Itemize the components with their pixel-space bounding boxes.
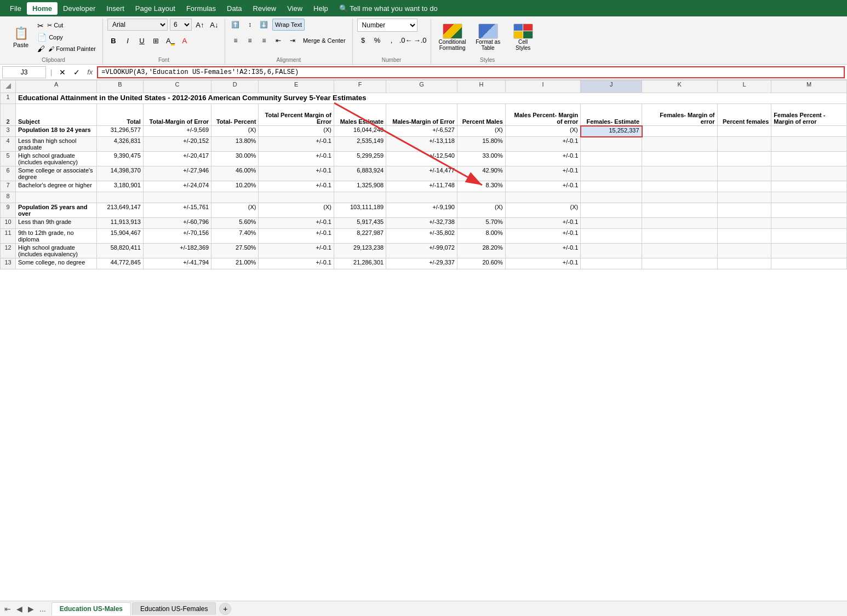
cell-a13[interactable]: Some college, no degree	[16, 258, 97, 269]
percent-button[interactable]: %	[371, 34, 384, 46]
col-header-h[interactable]: H	[457, 80, 505, 93]
cell-m2[interactable]: Females Percent - Margin of error	[771, 104, 847, 126]
cell-k7[interactable]	[642, 181, 718, 192]
confirm-formula-button[interactable]: ✓	[71, 66, 83, 78]
cell-l10[interactable]	[717, 218, 771, 229]
cell-i11[interactable]: +/-0.1	[505, 229, 581, 244]
cell-m13[interactable]	[771, 258, 847, 269]
cell-d13[interactable]: 21.00%	[211, 258, 259, 269]
cell-a10[interactable]: Less than 9th grade	[16, 218, 97, 229]
cell-b13[interactable]: 44,772,845	[97, 258, 144, 269]
cell-f12[interactable]: 29,123,238	[334, 244, 386, 258]
cell-k5[interactable]	[642, 152, 718, 166]
cell-l6[interactable]	[717, 166, 771, 181]
cell-a8[interactable]	[16, 192, 97, 203]
col-header-l[interactable]: L	[717, 80, 771, 93]
cell-k3[interactable]	[642, 126, 718, 137]
cell-b2[interactable]: Total	[97, 104, 144, 126]
cell-b11[interactable]: 15,904,467	[97, 229, 144, 244]
cell-f9[interactable]: 103,111,189	[334, 203, 386, 218]
cell-g7[interactable]: +/-11,748	[386, 181, 457, 192]
cell-k6[interactable]	[642, 166, 718, 181]
cell-j6[interactable]	[581, 166, 642, 181]
cell-e5[interactable]: +/-0.1	[259, 152, 334, 166]
cell-i2[interactable]: Males Percent- Margin of error	[505, 104, 581, 126]
cell-b5[interactable]: 9,390,475	[97, 152, 144, 166]
cell-a2[interactable]: Subject	[16, 104, 97, 126]
cell-a11[interactable]: 9th to 12th grade, no diploma	[16, 229, 97, 244]
cell-h12[interactable]: 28.20%	[457, 244, 505, 258]
cell-e2[interactable]: Total Percent Margin of Error	[259, 104, 334, 126]
cell-j10[interactable]	[581, 218, 642, 229]
cell-d2[interactable]: Total- Percent	[211, 104, 259, 126]
cell-g5[interactable]: +/-12,540	[386, 152, 457, 166]
cell-f10[interactable]: 5,917,435	[334, 218, 386, 229]
cell-l2[interactable]: Percent females	[717, 104, 771, 126]
formula-input[interactable]	[97, 66, 845, 78]
cell-k4[interactable]	[642, 137, 718, 152]
cell-m3[interactable]	[771, 126, 847, 137]
cell-f3[interactable]: 16,044,240	[334, 126, 386, 137]
cell-c6[interactable]: +/-27,946	[143, 166, 211, 181]
col-header-i[interactable]: I	[505, 80, 581, 93]
cell-i8[interactable]	[505, 192, 581, 203]
cell-l12[interactable]	[717, 244, 771, 258]
col-header-g[interactable]: G	[386, 80, 457, 93]
cell-d3[interactable]: (X)	[211, 126, 259, 137]
menu-item-view[interactable]: View	[282, 2, 308, 15]
italic-button[interactable]: I	[122, 34, 134, 47]
cell-g3[interactable]: +/-6,527	[386, 126, 457, 137]
col-header-d[interactable]: D	[211, 80, 259, 93]
cell-l9[interactable]	[717, 203, 771, 218]
cell-a4[interactable]: Less than high school graduate	[16, 137, 97, 152]
cell-k12[interactable]	[642, 244, 718, 258]
cell-b4[interactable]: 4,326,831	[97, 137, 144, 152]
cell-f6[interactable]: 6,883,924	[334, 166, 386, 181]
cell-m9[interactable]	[771, 203, 847, 218]
cell-e8[interactable]	[259, 192, 334, 203]
cell-h3[interactable]: (X)	[457, 126, 505, 137]
cell-f11[interactable]: 8,227,987	[334, 229, 386, 244]
cell-d5[interactable]: 30.00%	[211, 152, 259, 166]
cell-e9[interactable]: (X)	[259, 203, 334, 218]
cell-d9[interactable]: (X)	[211, 203, 259, 218]
col-header-k[interactable]: K	[642, 80, 718, 93]
cell-j11[interactable]	[581, 229, 642, 244]
cell-e11[interactable]: +/-0.1	[259, 229, 334, 244]
fill-color-button[interactable]: A_	[164, 34, 176, 47]
cell-f4[interactable]: 2,535,149	[334, 137, 386, 152]
cell-a6[interactable]: Some college or associate's degree	[16, 166, 97, 181]
cell-k2[interactable]: Females- Margin of error	[642, 104, 718, 126]
title-cell[interactable]: Educational Attainment in the United Sta…	[16, 93, 847, 104]
col-header-c[interactable]: C	[143, 80, 211, 93]
cell-b7[interactable]: 3,180,901	[97, 181, 144, 192]
col-header-b[interactable]: B	[97, 80, 144, 93]
border-button[interactable]: ⊞	[150, 34, 162, 47]
cell-b6[interactable]: 14,398,370	[97, 166, 144, 181]
cell-e12[interactable]: +/-0.1	[259, 244, 334, 258]
cell-j7[interactable]	[581, 181, 642, 192]
cell-h13[interactable]: 20.60%	[457, 258, 505, 269]
cell-f7[interactable]: 1,325,908	[334, 181, 386, 192]
cell-i6[interactable]: +/-0.1	[505, 166, 581, 181]
cell-e7[interactable]: +/-0.1	[259, 181, 334, 192]
bold-button[interactable]: B	[107, 34, 119, 47]
align-middle-button[interactable]: ↕	[244, 19, 256, 31]
cell-c3[interactable]: +/-9,569	[143, 126, 211, 137]
cell-styles-button[interactable]: CellStyles	[507, 22, 540, 52]
cell-m4[interactable]	[771, 137, 847, 152]
currency-button[interactable]: $	[357, 34, 369, 46]
cell-c13[interactable]: +/-41,794	[143, 258, 211, 269]
menu-item-search[interactable]: 🔍 Tell me what you want to do	[334, 2, 443, 15]
cell-h5[interactable]: 33.00%	[457, 152, 505, 166]
cell-m5[interactable]	[771, 152, 847, 166]
cell-j13[interactable]	[581, 258, 642, 269]
cell-i13[interactable]: +/-0.1	[505, 258, 581, 269]
cell-m7[interactable]	[771, 181, 847, 192]
cell-g6[interactable]: +/-14,477	[386, 166, 457, 181]
cell-i9[interactable]: (X)	[505, 203, 581, 218]
wrap-text-button[interactable]: Wrap Text	[272, 19, 305, 31]
menu-item-file[interactable]: File	[4, 2, 27, 15]
cell-l3[interactable]	[717, 126, 771, 137]
cell-k13[interactable]	[642, 258, 718, 269]
